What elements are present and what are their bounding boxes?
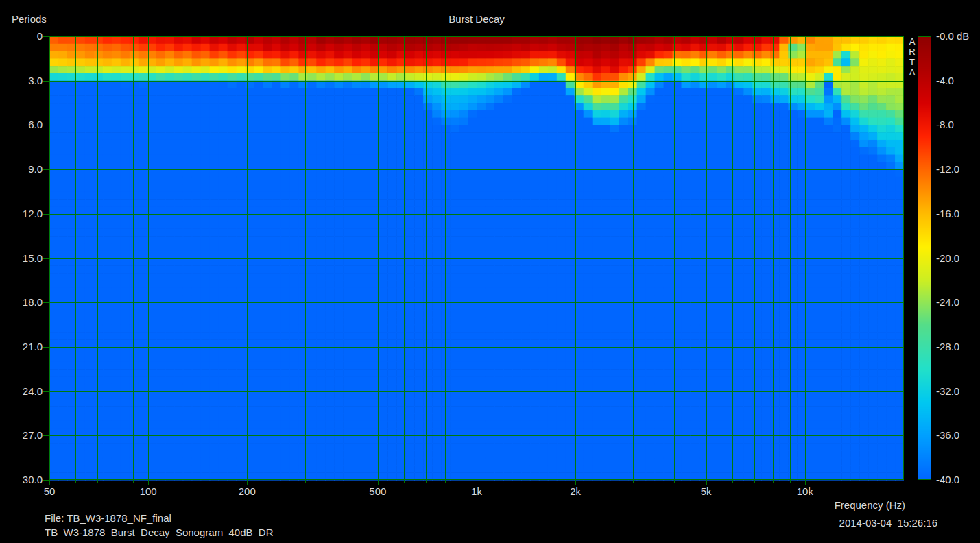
y-tick-mark <box>43 169 49 170</box>
x-tick-label: 10k <box>785 485 826 497</box>
y-tick-mark <box>43 258 49 259</box>
colorbar-tick-label: -28.0 <box>936 341 959 352</box>
y-tick-mark <box>43 391 49 392</box>
colorbar-tick-label: -8.0 <box>936 119 954 130</box>
y-tick-label: 0 <box>11 30 43 42</box>
timestamp: 2014-03-04 15:26:16 <box>839 517 937 529</box>
x-tick-label: 1k <box>456 485 497 497</box>
y-tick-mark <box>43 480 49 481</box>
y-tick-mark <box>43 347 49 348</box>
x-tick-label: 500 <box>357 485 398 497</box>
colorbar-tick-label: -4.0 <box>936 75 954 86</box>
arta-window: Periods Burst Decay ARTA 03.06.09.012.01… <box>0 0 980 543</box>
y-tick-mark <box>43 81 49 82</box>
y-tick-mark <box>43 302 49 303</box>
y-tick-label: 15.0 <box>11 252 43 264</box>
file-info-line2: TB_W3-1878_Burst_Decay_Sonogram_40dB_DR <box>45 527 274 538</box>
y-tick-label: 27.0 <box>11 429 43 441</box>
y-tick-label: 24.0 <box>11 385 43 397</box>
colorbar-tick-label: -24.0 <box>936 296 959 308</box>
y-tick-label: 9.0 <box>11 163 43 175</box>
colorbar-tick-label: -16.0 <box>936 208 959 219</box>
y-tick-label: 6.0 <box>11 119 43 130</box>
y-tick-mark <box>43 36 49 37</box>
y-tick-label: 3.0 <box>11 75 43 86</box>
y-tick-mark <box>43 435 49 436</box>
sonogram-heatmap <box>49 36 904 485</box>
y-tick-label: 30.0 <box>11 474 43 485</box>
x-tick-label: 2k <box>555 485 596 497</box>
x-tick-label: 50 <box>29 485 70 497</box>
colorbar-tick-label: -40.0 <box>936 474 959 485</box>
y-tick-label: 12.0 <box>11 208 43 219</box>
y-tick-mark <box>43 214 49 215</box>
y-tick-mark <box>43 125 49 125</box>
arta-watermark: ARTA <box>907 36 917 77</box>
colorbar <box>918 36 931 480</box>
y-tick-label: 18.0 <box>11 296 43 308</box>
x-tick-label: 5k <box>686 485 727 497</box>
chart-title: Burst Decay <box>49 13 904 25</box>
x-tick-label: 100 <box>128 485 169 497</box>
y-axis-title: Periods <box>12 13 47 25</box>
x-axis-title: Frequency (Hz) <box>835 499 905 511</box>
y-tick-label: 21.0 <box>11 341 43 352</box>
colorbar-tick-label: -36.0 <box>936 429 959 441</box>
colorbar-tick-label: -20.0 <box>936 252 959 264</box>
colorbar-tick-label: -0.0 dB <box>936 30 969 42</box>
colorbar-tick-label: -12.0 <box>936 163 959 175</box>
colorbar-tick-label: -32.0 <box>936 385 959 397</box>
x-tick-label: 200 <box>226 485 267 497</box>
file-info-line1: File: TB_W3-1878_NF_final <box>45 512 171 524</box>
